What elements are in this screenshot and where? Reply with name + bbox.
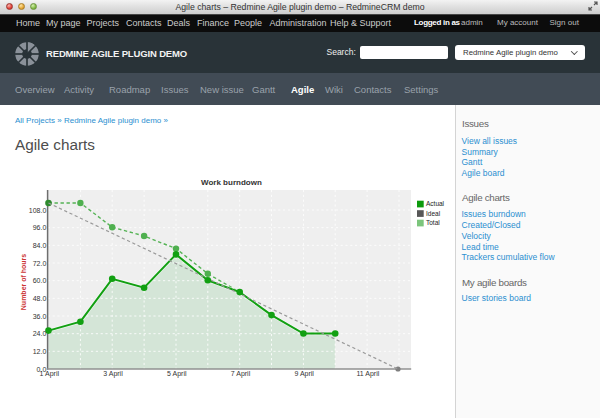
svg-text:7 April: 7 April [231, 370, 251, 378]
svg-text:3 April: 3 April [103, 370, 123, 378]
svg-text:Number of hours: Number of hours [20, 254, 27, 310]
svg-text:1 April: 1 April [40, 370, 60, 378]
svg-text:36.0: 36.0 [33, 313, 47, 320]
svg-text:84.0: 84.0 [33, 242, 47, 249]
svg-text:5 April: 5 April [167, 370, 187, 378]
svg-text:60.0: 60.0 [33, 277, 47, 284]
svg-text:Total: Total [426, 219, 440, 226]
svg-text:11 April: 11 April [356, 370, 379, 378]
svg-text:48.0: 48.0 [33, 295, 47, 302]
svg-text:Actual: Actual [426, 200, 445, 207]
svg-text:108.0: 108.0 [29, 207, 47, 214]
svg-text:12.0: 12.0 [33, 348, 47, 355]
svg-text:72.0: 72.0 [33, 260, 47, 267]
svg-text:Ideal: Ideal [426, 210, 441, 217]
svg-text:96.0: 96.0 [33, 224, 47, 231]
svg-text:24.0: 24.0 [33, 330, 47, 337]
svg-text:9 April: 9 April [294, 370, 314, 378]
svg-text:Work burndown: Work burndown [201, 178, 262, 187]
